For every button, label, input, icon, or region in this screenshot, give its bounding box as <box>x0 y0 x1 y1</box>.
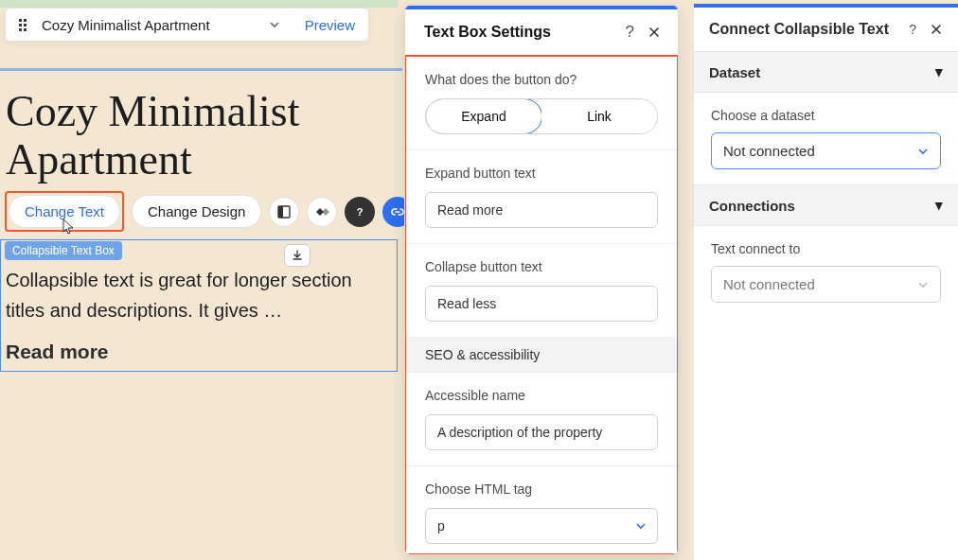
connections-accordion-title: Connections <box>709 198 795 214</box>
collapse-text-input[interactable] <box>425 286 658 322</box>
drag-handle-icon[interactable] <box>19 19 28 31</box>
svg-text:?: ? <box>357 206 364 218</box>
choose-dataset-value: Not connected <box>723 143 815 159</box>
collapse-text-label: Collapse button text <box>425 259 658 274</box>
seo-section-header: SEO & accessibility <box>406 338 677 373</box>
dataset-accordion-title: Dataset <box>709 64 760 80</box>
accessible-name-input[interactable] <box>425 414 658 450</box>
tutorial-highlight-body: What does the button do? Expand Link Exp… <box>404 55 679 555</box>
chevron-down-icon: ▾ <box>935 197 943 214</box>
collapse-text-section: Collapse button text <box>406 244 677 338</box>
change-text-button[interactable]: Change Text <box>9 195 120 228</box>
chevron-down-icon[interactable] <box>269 19 280 30</box>
close-icon[interactable] <box>930 23 943 36</box>
choose-dataset-select[interactable]: Not connected <box>711 132 941 169</box>
expand-text-section: Expand button text <box>406 150 677 244</box>
page-selector-bar[interactable]: Cozy Minimalist Apartment Preview <box>5 8 369 42</box>
segment-expand[interactable]: Expand <box>425 98 542 134</box>
download-icon[interactable] <box>284 244 310 267</box>
help-icon[interactable]: ? <box>909 22 916 37</box>
text-connect-select[interactable]: Not connected <box>711 266 941 303</box>
preview-button[interactable]: Preview <box>305 17 355 33</box>
text-connect-label: Text connect to <box>711 241 941 256</box>
close-icon[interactable] <box>648 26 661 39</box>
page-title[interactable]: Cozy Minimalist Apartment <box>0 71 402 184</box>
accessible-name-section: Accessible name <box>406 373 677 466</box>
text-connect-value: Not connected <box>723 276 815 292</box>
dataset-accordion-header[interactable]: Dataset ▾ <box>694 51 958 93</box>
help-icon[interactable]: ? <box>345 197 375 227</box>
page-name-label[interactable]: Cozy Minimalist Apartment <box>42 17 263 33</box>
chevron-down-icon: ▾ <box>935 63 943 80</box>
html-tag-select[interactable] <box>425 508 658 544</box>
change-design-button[interactable]: Change Design <box>132 195 261 228</box>
html-tag-section: Choose HTML tag <box>406 466 677 555</box>
choose-dataset-label: Choose a dataset <box>711 108 941 123</box>
connections-accordion-header[interactable]: Connections ▾ <box>694 184 958 226</box>
settings-panel-title: Text Box Settings <box>424 24 612 41</box>
connections-body: Text connect to Not connected <box>694 226 958 318</box>
button-action-label: What does the button do? <box>425 72 658 87</box>
layout-icon[interactable] <box>269 197 299 227</box>
help-icon[interactable]: ? <box>626 23 634 42</box>
chevron-down-icon <box>917 146 929 157</box>
connect-panel-title: Connect Collapsible Text <box>709 21 899 38</box>
button-action-segmented: Expand Link <box>425 98 658 134</box>
editor-viewport-edge <box>0 0 398 8</box>
collapsible-text-body[interactable]: Collapsible text is great for longer sec… <box>6 265 394 325</box>
segment-link[interactable]: Link <box>541 99 657 133</box>
seo-section-title: SEO & accessibility <box>425 347 540 362</box>
chevron-down-icon <box>635 520 647 532</box>
accessible-name-label: Accessible name <box>425 388 658 403</box>
button-action-section: What does the button do? Expand Link <box>406 57 677 150</box>
html-tag-value[interactable] <box>425 508 658 544</box>
settings-panel-header: Text Box Settings ? <box>405 9 678 56</box>
connect-panel-header: Connect Collapsible Text ? <box>694 8 958 51</box>
expand-text-input[interactable] <box>425 192 658 228</box>
chevron-down-icon <box>917 279 929 290</box>
svg-rect-1 <box>278 206 283 218</box>
html-tag-label: Choose HTML tag <box>425 481 658 497</box>
animation-icon[interactable] <box>307 197 337 227</box>
connect-panel: Connect Collapsible Text ? Dataset ▾ Cho… <box>693 4 958 560</box>
read-more-button[interactable]: Read more <box>6 341 109 363</box>
selection-tag: Collapsible Text Box <box>5 241 122 260</box>
dataset-body: Choose a dataset Not connected <box>694 93 958 184</box>
text-box-settings-panel: Text Box Settings ? What does the button… <box>404 5 679 555</box>
element-toolbar: Change Text Change Design ? <box>5 191 413 232</box>
expand-text-label: Expand button text <box>425 166 658 181</box>
tutorial-highlight: Change Text <box>5 191 124 232</box>
